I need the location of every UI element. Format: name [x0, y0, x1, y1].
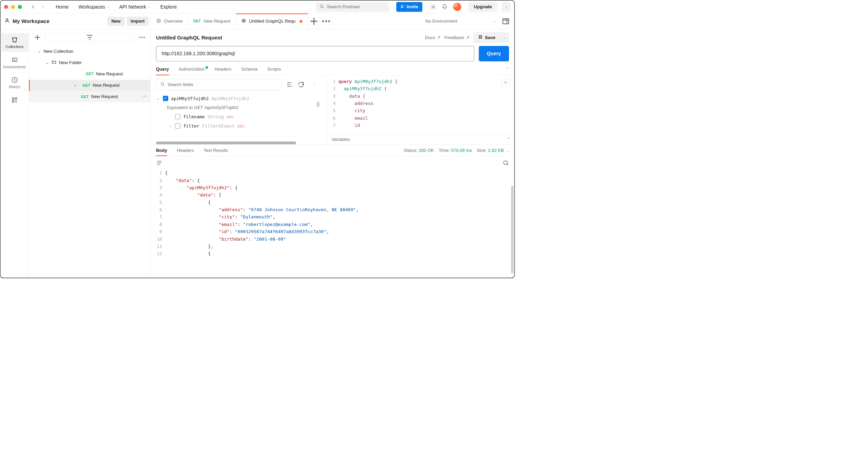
line-gutter: 1234567 [327, 78, 338, 134]
send-query-button[interactable]: Query [479, 46, 509, 61]
menu-home[interactable]: Home [52, 4, 72, 10]
scroll-hint [317, 101, 319, 107]
response-body[interactable]: 123456789101112 { "data": { "apiM0y3f7uj… [151, 170, 514, 278]
tree-collection[interactable]: ⌄ New Collection [29, 46, 150, 57]
resp-tab-body[interactable]: Body [156, 148, 167, 156]
collapse-icon[interactable]: ⌃ [507, 137, 510, 142]
collapse-schema-icon[interactable]: ‹ [311, 81, 318, 88]
tree-request[interactable]: GET New Request [29, 68, 150, 80]
workspace-name[interactable]: My Workspace [4, 18, 49, 25]
request-subtabs: Query Authorization Headers Schema Scrip… [151, 65, 514, 75]
svg-rect-14 [15, 98, 17, 99]
query-editor[interactable]: 1234567 query ApiM0y3f7ujdh2 { apiM0y3f7… [327, 75, 514, 144]
nav-back[interactable] [31, 4, 36, 9]
create-new-icon[interactable] [33, 33, 42, 42]
rail-configure[interactable] [0, 94, 28, 106]
invite-icon [400, 4, 405, 9]
checkbox[interactable] [175, 114, 180, 119]
filter-collections[interactable] [45, 33, 134, 42]
tree-options-icon[interactable] [137, 33, 146, 42]
environments-icon [11, 56, 18, 63]
global-search[interactable]: Search Postman [316, 2, 389, 12]
minimize-window[interactable] [11, 5, 15, 9]
svg-point-1 [401, 5, 402, 6]
svg-point-23 [504, 161, 507, 165]
tab-new-request[interactable]: GET New Request [188, 13, 236, 29]
subtab-authorization[interactable]: Authorization [179, 67, 205, 75]
feedback-link[interactable]: Feedback↗ [444, 35, 469, 40]
schema-arg-filename[interactable]: filename String ARG [156, 112, 327, 121]
environment-quicklook-icon[interactable] [501, 13, 510, 29]
user-avatar[interactable] [453, 3, 461, 11]
save-icon [478, 35, 483, 40]
svg-point-2 [433, 6, 434, 8]
variables-bar[interactable]: Variables ⌃ [327, 134, 514, 144]
item-options-icon[interactable] [142, 94, 147, 100]
top-toolbar: Home Workspaces⌄ API Network⌄ Explore Se… [0, 0, 514, 13]
nav-forward[interactable] [40, 4, 45, 9]
import-button[interactable]: Import [127, 16, 149, 26]
chevron-down-icon[interactable]: ⌄ [506, 149, 509, 153]
menu-workspaces[interactable]: Workspaces⌄ [75, 4, 112, 10]
unsaved-indicator [300, 20, 302, 23]
resp-tab-headers[interactable]: Headers [177, 148, 194, 156]
checkbox[interactable] [175, 123, 180, 129]
horizontal-scrollbar[interactable] [156, 142, 296, 144]
zoom-window[interactable] [18, 5, 22, 9]
tab-graphql-request[interactable]: Untitled GraphQL Requ [236, 13, 308, 29]
save-dropdown[interactable]: ⌄ [500, 33, 509, 43]
code-area[interactable]: query ApiM0y3f7ujdh2 { apiM0y3f7ujdh2 { … [338, 78, 514, 134]
schema-description: Equivalent to GET /api/m0y3f7ujdh2 [156, 103, 327, 112]
tab-strip: Overview GET New Request Untitled GraphQ… [151, 13, 510, 29]
rail-environments[interactable]: Environments [0, 53, 28, 72]
schema-field-root[interactable]: ⌄ ✓ apiM0y3f7ujdh2 ApiM0y3f7ujdh2 [156, 94, 327, 103]
response-code[interactable]: { "data": { "apiM0y3f7ujdh2": { "data": … [165, 170, 514, 278]
upgrade-button[interactable]: Upgrade [469, 2, 497, 12]
prettify-icon[interactable]: {} [501, 79, 510, 87]
refresh-schema-icon[interactable] [297, 81, 305, 88]
rail-collections[interactable]: Collections [0, 33, 28, 52]
rail-history[interactable]: History [0, 74, 28, 92]
chevron-down-icon: ⌄ [107, 5, 110, 9]
menu-api-network[interactable]: API Network⌄ [116, 4, 154, 10]
svg-rect-11 [12, 58, 17, 61]
checkbox-checked[interactable]: ✓ [163, 96, 168, 101]
collection-tree: ⌄ New Collection ⌄ New Folder GET New Re… [29, 29, 151, 278]
new-button[interactable]: New [107, 16, 125, 26]
docs-link[interactable]: Docs↗ [425, 35, 440, 40]
subtab-schema[interactable]: Schema [241, 67, 258, 75]
svg-rect-15 [12, 100, 14, 102]
svg-rect-10 [503, 19, 509, 24]
svg-point-17 [141, 37, 143, 38]
subtab-scripts[interactable]: Scripts [267, 67, 281, 75]
environment-selector[interactable]: No Environment ⌄ [420, 13, 501, 29]
tree-request-selected[interactable]: › GET New Request [29, 80, 150, 91]
close-window[interactable] [4, 5, 8, 9]
invite-button[interactable]: Invite [396, 2, 422, 12]
tree-folder[interactable]: ⌄ New Folder [29, 57, 150, 68]
menu-explore[interactable]: Explore [157, 4, 180, 10]
tab-overview[interactable]: Overview [151, 13, 188, 29]
search-response-icon[interactable] [503, 160, 509, 166]
collapse-icon[interactable]: ⌃ [506, 67, 509, 75]
subtab-query[interactable]: Query [156, 67, 169, 75]
upgrade-dropdown[interactable]: ⌄ [502, 2, 511, 12]
filter-schema-icon[interactable] [286, 81, 293, 88]
new-tab-button[interactable] [308, 13, 320, 29]
resp-tab-test-results[interactable]: Test Results [203, 148, 228, 156]
tab-options[interactable] [320, 13, 332, 29]
settings-icon[interactable] [430, 4, 436, 10]
chevron-down-icon: ⌄ [45, 60, 49, 65]
external-icon: ↗ [466, 35, 470, 40]
search-fields-input[interactable]: Search fields [156, 79, 282, 90]
subtab-headers[interactable]: Headers [214, 67, 231, 75]
tree-request[interactable]: GET New Request [29, 91, 150, 103]
save-button[interactable]: Save [473, 33, 500, 43]
wrap-lines-icon[interactable] [156, 160, 162, 166]
request-title[interactable]: Untitled GraphQL Request [156, 35, 222, 41]
url-input[interactable]: http://192.168.1.200:3080/graphql [156, 46, 474, 61]
schema-arg-filter[interactable]: › filter Filter9Input ARG [156, 121, 327, 131]
window-controls [4, 5, 22, 9]
notifications-icon[interactable] [442, 4, 448, 10]
vertical-scrollbar[interactable] [511, 186, 513, 274]
